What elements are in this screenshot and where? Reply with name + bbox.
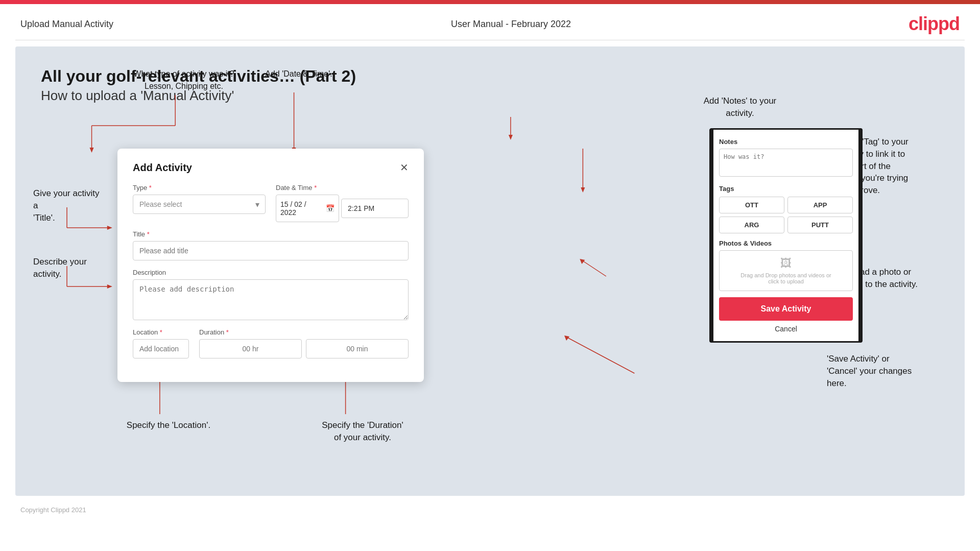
svg-marker-18: [509, 135, 513, 140]
date-input[interactable]: 15 / 02 / 2022 📅: [276, 195, 339, 222]
top-bar: [0, 0, 980, 4]
upload-text: Drag and Drop photos and videos or click…: [740, 272, 831, 284]
svg-line-23: [567, 338, 634, 373]
svg-marker-22: [580, 259, 585, 264]
location-label: Location *: [133, 328, 189, 336]
title-field-label: Title *: [133, 230, 409, 238]
location-duration-row: Location * Duration *: [133, 328, 409, 358]
svg-marker-3: [89, 148, 93, 153]
modal-close-button[interactable]: ✕: [400, 161, 409, 174]
header: Upload Manual Activity User Manual - Feb…: [0, 4, 980, 40]
title-field-group: Title *: [133, 230, 409, 260]
svg-marker-11: [107, 284, 112, 289]
footer: Copyright Clippd 2021: [0, 502, 980, 518]
annotation-save: 'Save Activity' or 'Cancel' your changes…: [827, 353, 954, 389]
save-activity-button[interactable]: Save Activity: [719, 297, 853, 321]
location-field-group: Location *: [133, 328, 189, 358]
manual-date: User Manual - February 2022: [451, 19, 571, 30]
notes-textarea[interactable]: [719, 149, 853, 177]
annotation-describe: Describe your activity.: [33, 256, 105, 280]
cancel-button[interactable]: Cancel: [775, 325, 797, 333]
phone-left-bar: [709, 130, 713, 341]
type-datetime-row: Type * Please select ▾ Date & Time * 15 …: [133, 184, 409, 222]
photos-upload-area[interactable]: 🖼 Drag and Drop photos and videos or cli…: [719, 250, 853, 291]
tags-grid: OTT APP ARG PUTT: [719, 197, 853, 233]
svg-marker-8: [107, 226, 112, 230]
tag-app[interactable]: APP: [787, 197, 853, 213]
tags-section-label: Tags: [719, 185, 853, 193]
svg-marker-20: [581, 187, 585, 193]
phone-right-bar: [858, 130, 863, 341]
modal-title: Add Activity: [133, 162, 192, 174]
duration-label: Duration *: [199, 328, 409, 336]
tag-putt[interactable]: PUTT: [787, 217, 853, 233]
description-field-group: Description: [133, 269, 409, 320]
location-input[interactable]: [133, 339, 189, 358]
tag-ott[interactable]: OTT: [719, 197, 784, 213]
datetime-label: Date & Time *: [276, 184, 409, 191]
notes-section-label: Notes: [719, 138, 853, 146]
date-value: 15 / 02 / 2022: [280, 200, 321, 217]
type-select-wrapper: Please select ▾: [133, 195, 266, 214]
upload-icon: 🖼: [780, 257, 792, 270]
date-time-row: 15 / 02 / 2022 📅: [276, 195, 409, 222]
annotation-location: Specify the 'Location'.: [117, 419, 220, 432]
duration-inputs: [199, 339, 409, 358]
photos-section-label: Photos & Videos: [719, 239, 853, 247]
type-label: Type *: [133, 184, 266, 191]
description-label: Description: [133, 269, 409, 276]
main-content: All your golf-relevant activities… (Part…: [15, 46, 965, 496]
description-textarea[interactable]: [133, 279, 409, 320]
modal-header: Add Activity ✕: [133, 161, 409, 174]
duration-min-input[interactable]: [306, 339, 409, 358]
datetime-field-group: Date & Time * 15 / 02 / 2022 📅: [276, 184, 409, 222]
annotation-date-time: Add 'Date & Time'.: [248, 68, 350, 80]
time-input[interactable]: [341, 199, 409, 218]
svg-marker-24: [564, 336, 569, 341]
header-divider: [15, 40, 965, 40]
calendar-icon[interactable]: 📅: [326, 204, 334, 212]
type-select[interactable]: Please select: [133, 195, 266, 214]
phone-mockup: Notes Tags OTT APP ARG PUTT Photos & Vid…: [709, 128, 863, 343]
type-field-group: Type * Please select ▾: [133, 184, 266, 222]
annotation-title: Give your activity a 'Title'.: [33, 187, 105, 224]
phone-panel: Notes Tags OTT APP ARG PUTT Photos & Vid…: [709, 128, 863, 343]
annotation-activity-type: What type of activity was it? Lesson, Ch…: [133, 68, 235, 92]
logo: clippd: [909, 13, 960, 35]
upload-label: Upload Manual Activity: [20, 19, 113, 30]
annotation-duration: Specify the 'Duration' of your activity.: [306, 419, 419, 444]
duration-hr-input[interactable]: [199, 339, 302, 358]
svg-line-21: [583, 261, 606, 276]
annotation-notes: Add 'Notes' to your activity.: [689, 95, 791, 119]
add-activity-modal: Add Activity ✕ Type * Please select ▾ Da…: [117, 149, 424, 382]
duration-field-group: Duration *: [199, 328, 409, 358]
tag-arg[interactable]: ARG: [719, 217, 784, 233]
title-input[interactable]: [133, 241, 409, 260]
copyright-text: Copyright Clippd 2021: [20, 506, 86, 514]
